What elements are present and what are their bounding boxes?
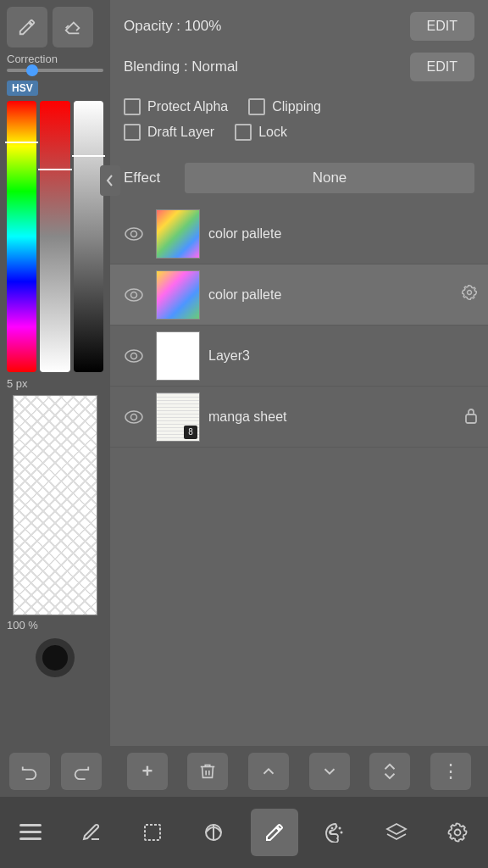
svg-point-16 xyxy=(330,832,332,834)
tool-row xyxy=(0,0,110,47)
svg-rect-13 xyxy=(145,825,160,840)
pencil-tool-btn[interactable] xyxy=(7,7,47,47)
svg-point-7 xyxy=(125,411,142,423)
swap-layers-btn[interactable] xyxy=(369,753,410,790)
opacity-edit-btn[interactable]: EDIT xyxy=(410,12,474,41)
layer-thumbnail: 8 xyxy=(156,392,200,442)
layer-item[interactable]: 8 manga sheet xyxy=(110,387,488,448)
layer-lock-icon xyxy=(464,407,478,427)
correction-slider[interactable] xyxy=(0,65,110,75)
lock-label: Lock xyxy=(258,125,287,140)
svg-point-2 xyxy=(125,289,142,301)
effect-label: Effect xyxy=(124,170,175,186)
layer-thumbnail xyxy=(156,270,200,320)
layer-name: manga sheet xyxy=(208,409,464,425)
draft-layer-label: Draft Layer xyxy=(147,125,214,140)
color-sliders xyxy=(0,101,110,372)
main-panel: Opacity : 100% EDIT Blending : Normal ED… xyxy=(110,0,488,797)
layer-thumbnail xyxy=(156,331,200,381)
svg-point-3 xyxy=(131,292,137,298)
svg-rect-10 xyxy=(19,824,42,826)
checkboxes-section: Protect Alpha Clipping Draft Layer Lock xyxy=(110,92,488,159)
nav-layers-btn[interactable] xyxy=(373,809,420,856)
bottom-toolbar: + ⋮ xyxy=(110,746,488,797)
layer-visibility-icon[interactable] xyxy=(120,288,147,302)
nav-settings-btn[interactable] xyxy=(434,809,481,856)
percent-label: 100 % xyxy=(0,615,45,635)
hue-slider[interactable] xyxy=(7,101,36,372)
value-slider[interactable] xyxy=(74,101,103,372)
redo-btn[interactable] xyxy=(61,753,102,790)
clipping-box[interactable] xyxy=(248,98,265,115)
nav-palette-btn[interactable] xyxy=(312,809,359,856)
svg-point-19 xyxy=(339,827,341,830)
more-options-btn[interactable]: ⋮ xyxy=(430,753,471,790)
lock-box[interactable] xyxy=(235,124,252,141)
svg-marker-21 xyxy=(387,824,406,834)
hsv-label[interactable]: HSV xyxy=(7,81,38,96)
svg-rect-11 xyxy=(19,831,42,833)
brush-preview xyxy=(36,638,75,677)
opacity-row: Opacity : 100% EDIT xyxy=(110,0,488,47)
nav-edit-btn[interactable] xyxy=(68,809,115,856)
svg-rect-12 xyxy=(19,837,42,840)
nav-menu-btn[interactable] xyxy=(7,809,54,856)
add-layer-btn[interactable]: + xyxy=(127,753,168,790)
blending-row: Blending : Normal EDIT xyxy=(110,47,488,92)
delete-layer-btn[interactable] xyxy=(187,753,228,790)
canvas-preview xyxy=(13,395,97,615)
lock-checkbox[interactable]: Lock xyxy=(235,124,287,141)
move-layer-down-btn[interactable] xyxy=(309,753,350,790)
protect-alpha-label: Protect Alpha xyxy=(147,99,228,114)
svg-point-6 xyxy=(131,353,137,359)
layer-item[interactable]: color pallete xyxy=(110,203,488,264)
checkbox-row-1: Protect Alpha Clipping xyxy=(124,98,474,115)
blending-label: Blending : Normal xyxy=(124,58,238,75)
opacity-label: Opacity : 100% xyxy=(124,18,221,35)
layer-badge: 8 xyxy=(184,426,197,439)
brush-dot xyxy=(42,645,68,670)
move-layer-up-btn[interactable] xyxy=(248,753,289,790)
svg-point-5 xyxy=(125,350,142,362)
layer-visibility-icon[interactable] xyxy=(120,410,147,424)
layer-item[interactable]: color pallete xyxy=(110,264,488,326)
blending-edit-btn[interactable]: EDIT xyxy=(410,53,474,81)
clipping-checkbox[interactable]: Clipping xyxy=(248,98,321,115)
svg-point-20 xyxy=(341,832,343,834)
svg-point-8 xyxy=(131,414,137,420)
nav-draw-btn[interactable] xyxy=(251,809,298,856)
layer-visibility-icon[interactable] xyxy=(120,227,147,241)
layer-name: color pallete xyxy=(208,287,461,303)
clipping-label: Clipping xyxy=(272,99,321,114)
nav-transform-btn[interactable] xyxy=(190,809,237,856)
bottom-nav xyxy=(0,797,488,868)
layer-name: Layer3 xyxy=(208,348,478,364)
left-sidebar: Correction HSV 5 px 100 % xyxy=(0,0,110,797)
left-bottom-toolbar xyxy=(0,746,110,797)
svg-point-17 xyxy=(331,827,334,830)
layer-name: color pallete xyxy=(208,226,478,242)
layer-visibility-icon[interactable] xyxy=(120,349,147,363)
collapse-panel-btn[interactable] xyxy=(100,165,120,196)
layer-gear-icon[interactable] xyxy=(461,284,478,305)
layer-thumbnail xyxy=(156,209,200,259)
saturation-slider[interactable] xyxy=(40,101,69,372)
protect-alpha-checkbox[interactable]: Protect Alpha xyxy=(124,98,228,115)
nav-select-btn[interactable] xyxy=(129,809,176,856)
svg-point-4 xyxy=(468,291,472,295)
layer-item[interactable]: Layer3 xyxy=(110,326,488,387)
svg-point-1 xyxy=(131,231,137,236)
draft-layer-checkbox[interactable]: Draft Layer xyxy=(124,124,214,141)
undo-btn[interactable] xyxy=(9,753,50,790)
svg-point-0 xyxy=(125,228,142,240)
checkbox-row-2: Draft Layer Lock xyxy=(124,124,474,141)
layers-list: color pallete color pallete xyxy=(110,203,488,448)
correction-label: Correction xyxy=(0,47,110,65)
eraser-tool-btn[interactable] xyxy=(53,7,93,47)
protect-alpha-box[interactable] xyxy=(124,98,141,115)
effect-value[interactable]: None xyxy=(185,163,474,193)
draft-layer-box[interactable] xyxy=(124,124,141,141)
svg-point-18 xyxy=(336,826,338,828)
effect-row: Effect None xyxy=(110,159,488,203)
svg-point-22 xyxy=(455,830,461,836)
